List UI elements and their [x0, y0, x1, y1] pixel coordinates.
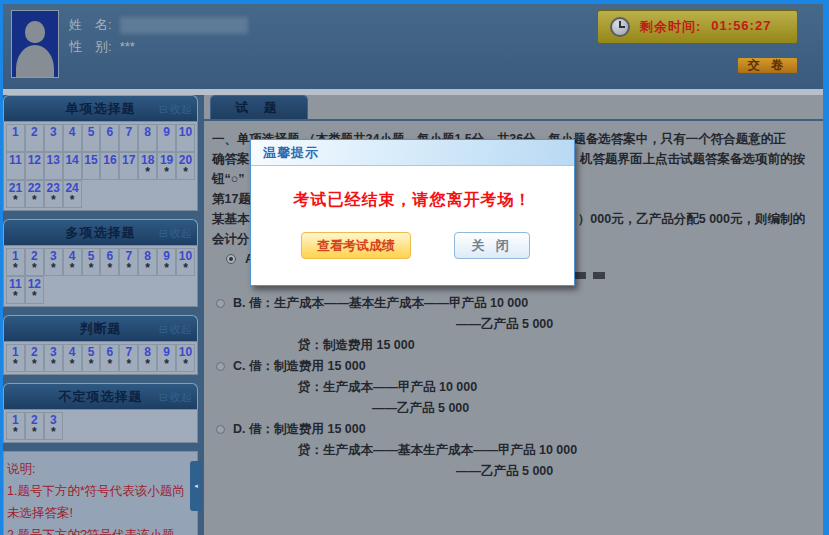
question-number: 7 [120, 126, 137, 139]
question-number-cell-2-7[interactable]: 7* [119, 248, 138, 276]
remaining-time-label: 剩余时间: [640, 18, 701, 36]
radio-unselected-icon[interactable] [216, 299, 225, 308]
question-number-cell-2-2[interactable]: 2* [25, 248, 44, 276]
option-continuation-line: 贷：生产成本——基本生产成本——甲产品 10 000 [212, 440, 805, 460]
question-number-cell-1-23[interactable]: 23* [44, 180, 63, 208]
question-number-cell-2-11[interactable]: 11* [6, 276, 25, 304]
legend-note-line: 说明: [7, 458, 194, 480]
question-number-cell-4-1[interactable]: 1* [6, 412, 25, 440]
question-number-cell-3-10[interactable]: 10* [176, 344, 195, 372]
collapse-arrow-icon: ◂ [194, 482, 198, 490]
gender-label: 性 别: [69, 36, 112, 58]
panel-collapse-link[interactable]: ⊟收起 [159, 102, 192, 117]
question-number-cell-1-9[interactable]: 9 [157, 124, 176, 152]
question-number-cell-3-7[interactable]: 7* [119, 344, 138, 372]
tab-exam-question[interactable]: 试 题 [210, 95, 308, 119]
question-number-cell-3-8[interactable]: 8* [138, 344, 157, 372]
question-number-cell-1-5[interactable]: 5 [82, 124, 101, 152]
option-row[interactable]: C. 借：制造费用 15 000 [212, 356, 805, 376]
question-number-cell-2-4[interactable]: 4* [63, 248, 82, 276]
view-score-button[interactable]: 查看考试成绩 [301, 232, 411, 259]
unanswered-star-marker: * [7, 291, 24, 302]
unanswered-star-marker: * [64, 263, 81, 274]
remaining-time-value: 01:56:27 [711, 18, 771, 36]
option-continuation-line: 贷：制造费用 15 000 [212, 335, 805, 355]
question-number-cell-1-3[interactable]: 3 [44, 124, 63, 152]
legend-note-line: 2.题号下方的?符号代表该小题 [7, 524, 194, 535]
question-number-cell-1-13[interactable]: 13 [44, 152, 63, 180]
line-left-fragment: 某基本 [212, 209, 250, 229]
question-number-cell-1-22[interactable]: 22* [25, 180, 44, 208]
unanswered-star-marker: * [64, 359, 81, 370]
legend-note-line: 未选择答案! [7, 502, 194, 524]
panel-collapse-link[interactable]: ⊟收起 [159, 226, 192, 241]
question-number-cell-2-10[interactable]: 10* [176, 248, 195, 276]
option-continuation-line: ——乙产品 5 000 [212, 398, 805, 418]
option-text: D. 借：制造费用 15 000 [233, 419, 366, 439]
question-number-cell-1-6[interactable]: 6 [100, 124, 119, 152]
radio-unselected-icon[interactable] [216, 425, 225, 434]
collapse-label: 收起 [170, 322, 192, 337]
question-number-cell-1-18[interactable]: 18* [138, 152, 157, 180]
remaining-time-box: 剩余时间: 01:56:27 [597, 10, 798, 44]
radio-selected-icon[interactable] [226, 254, 236, 264]
question-number-cell-1-24[interactable]: 24* [63, 180, 82, 208]
question-number-cell-2-1[interactable]: 1* [6, 248, 25, 276]
question-number-cell-3-6[interactable]: 6* [100, 344, 119, 372]
question-number-cell-4-2[interactable]: 2* [25, 412, 44, 440]
question-number-cell-3-5[interactable]: 5* [82, 344, 101, 372]
question-number-cell-1-11[interactable]: 11 [6, 152, 25, 180]
unanswered-star-marker: * [101, 359, 118, 370]
dialog-message: 考试已经结束，请您离开考场！ [251, 190, 574, 211]
collapse-label: 收起 [170, 226, 192, 241]
unanswered-star-marker: * [158, 359, 175, 370]
panel-collapse-link[interactable]: ⊟收起 [159, 390, 192, 405]
question-panel: 单项选择题⊟收起123456789101112131415161718*19*2… [3, 95, 198, 211]
question-number-cell-2-8[interactable]: 8* [138, 248, 157, 276]
question-number-cell-1-19[interactable]: 19* [157, 152, 176, 180]
question-number-cell-1-1[interactable]: 1 [6, 124, 25, 152]
question-panel: 多项选择题⊟收起1*2*3*4*5*6*7*8*9*10*11*12* [3, 219, 198, 307]
unanswered-star-marker: * [45, 427, 62, 438]
close-dialog-button[interactable]: 关 闭 [454, 232, 530, 259]
question-number-cell-3-4[interactable]: 4* [63, 344, 82, 372]
question-number-cell-1-4[interactable]: 4 [63, 124, 82, 152]
question-number-cell-3-3[interactable]: 3* [44, 344, 63, 372]
name-value-redacted [120, 17, 248, 34]
question-number-cell-1-7[interactable]: 7 [119, 124, 138, 152]
question-number-cell-3-2[interactable]: 2* [25, 344, 44, 372]
panel-header: 单项选择题⊟收起 [3, 95, 198, 121]
candidate-photo [11, 10, 59, 78]
radio-unselected-icon[interactable] [216, 362, 225, 371]
option-row[interactable]: B. 借：生产成本——基本生产成本——甲产品 10 000 [212, 293, 805, 313]
question-number-cell-2-12[interactable]: 12* [25, 276, 44, 304]
question-number-cell-2-5[interactable]: 5* [82, 248, 101, 276]
question-number-cell-1-2[interactable]: 2 [25, 124, 44, 152]
question-number-cell-1-20[interactable]: 20* [176, 152, 195, 180]
question-number-cell-1-8[interactable]: 8 [138, 124, 157, 152]
collapse-box-icon: ⊟ [159, 391, 168, 404]
question-number-cell-1-17[interactable]: 17 [119, 152, 138, 180]
question-number: 1 [7, 126, 24, 139]
question-number-cell-1-12[interactable]: 12 [25, 152, 44, 180]
question-number-cell-1-10[interactable]: 10 [176, 124, 195, 152]
question-number-cell-3-1[interactable]: 1* [6, 344, 25, 372]
question-number-cell-1-21[interactable]: 21* [6, 180, 25, 208]
submit-paper-button[interactable]: 交 卷 [737, 57, 798, 74]
question-panel: 不定项选择题⊟收起1*2*3* [3, 383, 198, 443]
question-number: 10 [177, 126, 194, 139]
question-number-cell-2-6[interactable]: 6* [100, 248, 119, 276]
option-row[interactable]: D. 借：制造费用 15 000 [212, 419, 805, 439]
unanswered-star-marker: * [139, 263, 156, 274]
name-label: 姓 名: [69, 14, 112, 36]
question-number-cell-1-15[interactable]: 15 [82, 152, 101, 180]
unanswered-star-marker: * [26, 291, 43, 302]
question-number-cell-1-16[interactable]: 16 [100, 152, 119, 180]
question-number-cell-1-14[interactable]: 14 [63, 152, 82, 180]
sidebar-collapse-handle[interactable]: ◂ [190, 461, 202, 511]
question-number-cell-2-3[interactable]: 3* [44, 248, 63, 276]
question-number-cell-3-9[interactable]: 9* [157, 344, 176, 372]
question-number-cell-2-9[interactable]: 9* [157, 248, 176, 276]
question-number-cell-4-3[interactable]: 3* [44, 412, 63, 440]
panel-collapse-link[interactable]: ⊟收起 [159, 322, 192, 337]
